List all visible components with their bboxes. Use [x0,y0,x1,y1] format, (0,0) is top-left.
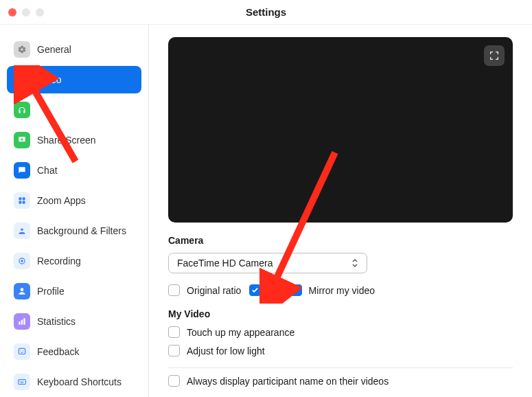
sidebar-item-general[interactable]: General [7,36,141,63]
background-filters-icon [14,223,30,239]
sidebar-item-label: Statistics [37,316,76,327]
sidebar-item-label: Zoom Apps [37,195,86,206]
feedback-icon [14,343,30,360]
svg-rect-18 [21,383,24,383]
video-preview [168,37,513,223]
sidebar-item-recording[interactable]: Recording [7,247,141,275]
svg-rect-8 [19,321,20,325]
checkbox-label: Touch up my appearance [187,327,294,338]
apps-icon [14,192,30,209]
svg-rect-2 [19,201,21,204]
svg-point-7 [21,288,24,291]
profile-icon [14,283,30,299]
video-icon [14,71,30,88]
sidebar-item-background-filters[interactable]: Background & Filters [7,217,141,245]
svg-point-13 [23,350,23,351]
svg-rect-14 [19,380,26,385]
svg-rect-15 [20,381,21,381]
touchup-checkbox[interactable]: Touch up my appearance [168,326,513,338]
sidebar-item-label: Keyboard Shortcuts [37,376,122,387]
lowlight-checkbox[interactable]: Adjust for low light [168,345,513,356]
sidebar-item-label: Recording [37,256,81,266]
checkbox-label: Always display participant name on their… [187,376,389,387]
svg-rect-9 [21,320,23,325]
sidebar-item-feedback[interactable]: Feedback [7,338,141,365]
fullscreen-window-icon[interactable] [36,8,44,16]
svg-point-4 [21,229,23,231]
main-panel: Camera FaceTime HD Camera Original ratio… [149,25,532,397]
sidebar-item-zoom-apps[interactable]: Zoom Apps [7,187,141,214]
svg-rect-3 [23,201,25,204]
window-controls[interactable] [8,8,44,16]
keyboard-icon [14,374,30,390]
svg-point-6 [21,260,23,262]
my-video-heading: My Video [168,308,513,319]
svg-rect-10 [23,318,25,324]
sidebar-item-label: General [37,44,71,55]
expand-preview-button[interactable] [484,45,505,66]
sidebar-item-video[interactable]: Video [7,66,141,93]
checkbox-label: Mirror my video [309,285,375,296]
chevron-updown-icon [351,258,358,268]
camera-select[interactable]: FaceTime HD Camera [168,253,367,273]
display-names-checkbox[interactable]: Always display participant name on their… [168,375,513,387]
mirror-video-checkbox[interactable]: Mirror my video [290,284,375,296]
minimize-window-icon[interactable] [22,8,30,16]
sidebar-item-label: Feedback [37,346,79,357]
sidebar-item-label: Share Screen [37,135,96,146]
checkbox-label: Original ratio [187,285,241,296]
camera-heading: Camera [168,235,513,246]
sidebar-item-label: Video [37,74,62,85]
svg-rect-11 [19,348,25,354]
sidebar-item-share-screen[interactable]: Share Screen [7,126,141,154]
checkbox-label: HD [268,285,281,296]
sidebar-item-statistics[interactable]: Statistics [7,308,141,335]
close-window-icon[interactable] [8,8,16,16]
sidebar: General Video Share Screen Chat [0,25,149,397]
sidebar-item-keyboard-shortcuts[interactable]: Keyboard Shortcuts [7,368,141,396]
chat-icon [14,162,30,179]
recording-icon [14,253,30,269]
sidebar-item-label: Background & Filters [37,225,126,236]
share-screen-icon [14,132,30,148]
sidebar-item-label: Chat [37,165,58,176]
svg-rect-0 [19,197,21,200]
sidebar-item-chat[interactable]: Chat [7,157,141,184]
headphones-icon [14,102,30,118]
svg-rect-16 [21,381,22,381]
titlebar: Settings [0,0,532,25]
divider [168,367,513,368]
sidebar-item-profile[interactable]: Profile [7,277,141,305]
svg-rect-17 [23,381,23,381]
gear-icon [14,41,30,58]
sidebar-item-audio[interactable] [7,96,141,124]
camera-select-value: FaceTime HD Camera [177,258,273,269]
page-title: Settings [0,6,532,18]
hd-checkbox[interactable]: HD [249,284,281,296]
svg-point-12 [21,350,21,351]
sidebar-item-label: Profile [37,286,65,297]
original-ratio-checkbox[interactable]: Original ratio [168,284,241,296]
svg-rect-1 [23,197,25,200]
statistics-icon [14,313,30,330]
checkbox-label: Adjust for low light [187,345,265,356]
